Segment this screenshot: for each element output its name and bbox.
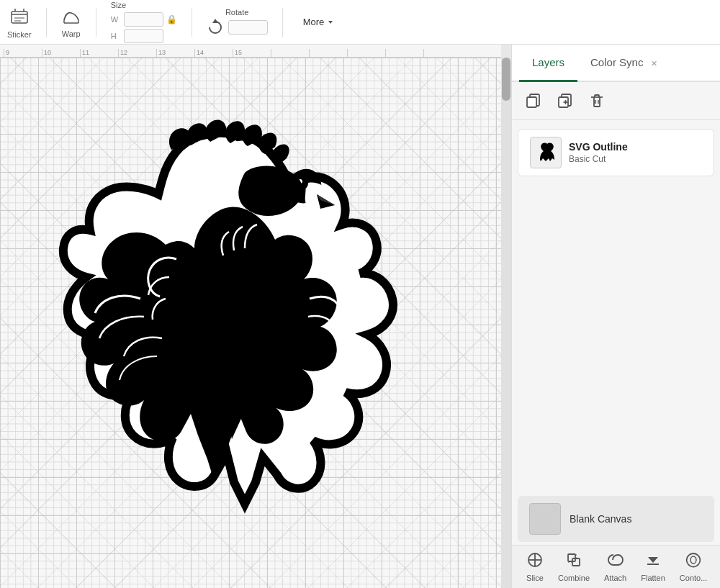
slice-label: Slice (526, 574, 544, 582)
width-row: W 🔒 (111, 12, 177, 27)
slice-button[interactable]: Slice (519, 547, 551, 587)
ruler-mark-10 (385, 49, 423, 57)
svg-marker-10 (328, 21, 333, 24)
contour-label: Conto... (680, 574, 708, 582)
height-input[interactable] (124, 29, 163, 43)
svg-rect-24 (568, 554, 575, 561)
attach-label: Attach (604, 574, 626, 582)
ruler-mark-8 (309, 49, 347, 57)
warp-group: Warp (61, 6, 81, 38)
ruler-top: 9 10 11 12 13 14 15 (0, 45, 501, 58)
add-to-canvas-icon (557, 93, 573, 109)
layer-type-0: Basic Cut (569, 154, 628, 164)
svg-image-container[interactable] (50, 115, 482, 583)
sep3 (192, 8, 192, 37)
layer-info-0: SVG Outline Basic Cut (569, 141, 628, 164)
tab-colorsync[interactable]: Color Sync ✕ (577, 45, 670, 81)
blank-canvas-label: Blank Canvas (570, 513, 631, 525)
slice-icon (526, 551, 544, 572)
layer-name-0: SVG Outline (569, 141, 628, 153)
layers-list: SVG Outline Basic Cut (512, 120, 720, 493)
size-label: Size (111, 1, 126, 9)
lock-icon: 🔒 (166, 14, 177, 24)
bottom-toolbar: Slice Combine (512, 545, 720, 588)
svg-marker-9 (212, 19, 218, 23)
rotate-label: Rotate (225, 8, 248, 17)
ruler-mark-5: 14 (194, 49, 233, 57)
main-area: 9 10 11 12 13 14 15 (0, 45, 720, 588)
rotate-input[interactable] (228, 20, 268, 35)
width-label: W (111, 15, 121, 24)
svg-marker-28 (648, 557, 658, 563)
copy-layer-button[interactable] (521, 88, 546, 114)
sep1 (46, 8, 47, 37)
flatten-button[interactable]: Flatten (634, 547, 672, 587)
tab-layers[interactable]: Layers (519, 45, 577, 82)
colorsync-tab-label: Color Sync (590, 56, 643, 68)
flatten-icon (644, 551, 662, 572)
blank-canvas-thumbnail (529, 503, 561, 535)
blank-canvas-item[interactable]: Blank Canvas (518, 496, 714, 542)
layers-tab-label: Layers (532, 56, 564, 68)
contour-button[interactable]: Conto... (672, 547, 715, 587)
more-label: More (303, 17, 325, 27)
ruler-mark-1: 10 (42, 49, 80, 57)
sep4 (282, 8, 283, 37)
canvas-area[interactable]: 9 10 11 12 13 14 15 (0, 45, 511, 588)
height-row: H (111, 29, 163, 43)
warp-icon (61, 6, 81, 30)
ruler-mark-6: 15 (233, 49, 271, 57)
layer-preview-svg (533, 140, 559, 166)
ruler-mark-2: 11 (80, 49, 118, 57)
sticker-label: Sticker (7, 30, 32, 39)
delete-layer-button[interactable] (584, 88, 610, 114)
width-input[interactable] (124, 12, 163, 27)
more-button[interactable]: More (297, 14, 341, 30)
rotate-icon (207, 19, 224, 36)
attach-button[interactable]: Attach (597, 547, 634, 587)
rotate-group: Rotate (207, 8, 268, 36)
layer-item-0[interactable]: SVG Outline Basic Cut (518, 129, 714, 176)
scrollbar-thumb[interactable] (502, 58, 510, 101)
mascot-svg (50, 115, 425, 525)
sticker-tool[interactable]: Sticker (7, 6, 32, 39)
contour-icon (685, 551, 702, 572)
canvas-grid[interactable] (0, 58, 501, 588)
svg-rect-14 (527, 97, 536, 107)
panel-toolbar (512, 82, 720, 120)
ruler-mark-9 (347, 49, 385, 57)
toolbar: Sticker Warp Size W 🔒 H (0, 0, 720, 45)
attach-icon (607, 551, 624, 572)
delete-icon (589, 93, 605, 109)
warp-tool[interactable]: Warp (61, 6, 81, 38)
combine-label: Combine (558, 574, 590, 582)
warp-label: Warp (62, 30, 81, 38)
ruler-mark-7 (271, 49, 309, 57)
flatten-label: Flatten (641, 574, 665, 582)
ruler-marks: 9 10 11 12 13 14 15 (0, 49, 462, 57)
panel-tabs: Layers Color Sync ✕ (512, 45, 720, 82)
copy-icon (526, 93, 541, 109)
sticker-icon (8, 6, 31, 29)
right-panel: Layers Color Sync ✕ (511, 45, 720, 588)
scrollbar-vertical[interactable] (501, 58, 511, 588)
layer-thumbnail-0 (530, 137, 562, 168)
ruler-mark-11 (423, 49, 462, 57)
colorsync-close-icon[interactable]: ✕ (651, 59, 657, 68)
height-label: H (111, 32, 121, 40)
ruler-mark-4: 13 (156, 49, 194, 57)
svg-rect-25 (572, 558, 580, 566)
ruler-mark-3: 12 (118, 49, 156, 57)
combine-button[interactable]: Combine (551, 547, 597, 587)
add-layer-button[interactable] (552, 88, 578, 114)
sep2 (96, 8, 96, 37)
size-group: Size W 🔒 H (111, 1, 177, 43)
rotate-controls (207, 19, 268, 36)
ruler-mark-0: 9 (4, 49, 42, 57)
combine-icon (565, 551, 582, 572)
svg-rect-0 (12, 12, 27, 23)
chevron-down-icon (327, 19, 334, 26)
